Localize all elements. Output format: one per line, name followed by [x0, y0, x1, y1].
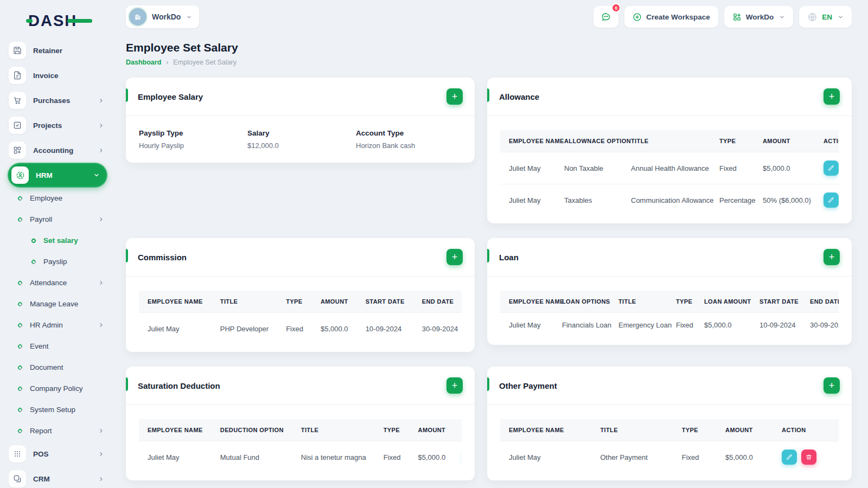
field-label: Salary [247, 129, 356, 137]
saturation-deduction-card: Saturation Deduction + EMPLOYEE NAMEDEDU… [126, 367, 475, 480]
bullet-icon [17, 407, 23, 413]
sidebar-item-payroll[interactable]: Payroll [0, 209, 115, 230]
sidebar-item-payslip[interactable]: Payslip [0, 251, 115, 272]
add-button[interactable]: + [824, 249, 840, 265]
messenger-button[interactable]: 0 [593, 6, 618, 28]
sidebar-nav: RetainerInvoicePurchasesProjectsAccounti… [0, 38, 115, 488]
logo-dash-accent [26, 19, 33, 23]
edit-button[interactable] [824, 192, 839, 208]
table-cell: PHP Developer [212, 313, 277, 345]
sidebar-item-label: Document [30, 363, 104, 371]
column-header: EMPLOYEE NAME [500, 419, 591, 441]
column-header: TYPE [711, 130, 754, 152]
table-row: Juliet MayFinancials LoanEmergency LoanF… [500, 313, 839, 338]
sidebar-item-projects[interactable]: Projects [0, 113, 115, 138]
breadcrumb-separator-icon: › [166, 59, 168, 66]
field-salary: Salary$12,000.0 [247, 129, 356, 150]
brand-logo[interactable]: DASH [28, 9, 115, 33]
sidebar-item-crm[interactable]: CRM [0, 466, 115, 488]
edit-button[interactable] [782, 450, 797, 465]
table-row: Juliet MayMutual FundNisi a tenetur magn… [139, 441, 462, 473]
bullet-icon [17, 428, 23, 434]
pos-icon [9, 445, 26, 463]
column-header: ALLOWNACE OPTION [556, 130, 622, 152]
allowance-table: EMPLOYEE NAMEALLOWNACE OPTIONTITLETYPEAM… [500, 130, 839, 216]
card-header: Other Payment + [487, 367, 852, 405]
sidebar-item-label: POS [33, 450, 98, 458]
column-header: TYPE [277, 291, 312, 313]
sidebar-item-attendance[interactable]: Attendance [0, 272, 115, 293]
sidebar-item-hrm[interactable]: HRM [8, 163, 107, 188]
employee-salary-fields: Payslip TypeHourly PayslipSalary$12,000.… [126, 116, 475, 163]
sidebar-item-purchases[interactable]: Purchases [0, 88, 115, 113]
other-payment-table: EMPLOYEE NAMETITLETYPEAMOUNTACTIONJuliet… [500, 419, 839, 473]
column-header: END DATE [413, 291, 462, 313]
field-value: $12,000.0 [247, 142, 356, 150]
chevron-right-icon [98, 322, 104, 328]
sidebar-item-accounting[interactable]: Accounting [0, 138, 115, 163]
action-cell [815, 184, 839, 216]
accounting-icon [9, 142, 26, 159]
edit-button[interactable] [824, 160, 839, 176]
workspace-selector[interactable]: WorkDo [126, 5, 199, 28]
sidebar-item-set-salary[interactable]: Set salary [0, 230, 115, 251]
language-label: EN [822, 13, 832, 21]
table-cell: Fixed [277, 313, 312, 345]
sidebar-item-document[interactable]: Document [0, 357, 115, 378]
sidebar-item-invoice[interactable]: Invoice [0, 63, 115, 88]
breadcrumb-dashboard-link[interactable]: Dashboard [126, 59, 161, 66]
table-cell: $5,000.0 [754, 152, 815, 184]
sidebar-item-company-policy[interactable]: Company Policy [0, 378, 115, 399]
table-cell: Juliet May [500, 184, 556, 216]
field-payslip-type: Payslip TypeHourly Payslip [139, 129, 247, 150]
sidebar-item-system-setup[interactable]: System Setup [0, 399, 115, 420]
card-header: Loan + [487, 238, 852, 277]
column-header: AMOUNT [717, 419, 773, 441]
add-button[interactable]: + [824, 377, 840, 394]
chevron-right-icon [98, 216, 104, 222]
sidebar-item-manage-leave[interactable]: Manage Leave [0, 293, 115, 314]
page-title: Employee Set Salary [126, 41, 238, 54]
sidebar-item-report[interactable]: Report [0, 420, 115, 441]
create-workspace-button[interactable]: Create Workspace [624, 6, 718, 28]
chat-icon [601, 11, 611, 22]
table-cell: Juliet May [500, 313, 553, 338]
column-header: DEDUCTION OPTION [212, 419, 292, 441]
card-title: Other Payment [499, 381, 557, 390]
add-button[interactable]: + [824, 88, 840, 105]
sidebar-item-retainer[interactable]: Retainer [0, 38, 115, 63]
action-cell [773, 441, 839, 473]
add-button[interactable]: + [446, 88, 463, 105]
commission-table: EMPLOYEE NAMETITLETYPEAMOUNTSTART DATEEN… [139, 291, 462, 344]
sidebar-item-event[interactable]: Event [0, 336, 115, 357]
table-cell: Taxables [556, 184, 622, 216]
column-header: EMPLOYEE NAME [139, 419, 212, 441]
column-header: TITLE [292, 419, 375, 441]
column-header: ACTION [773, 419, 839, 441]
building-icon [133, 12, 142, 21]
add-button[interactable]: + [446, 377, 463, 394]
sidebar-item-label: Invoice [33, 72, 104, 80]
workdo-menu-button[interactable]: WorkDo [724, 6, 794, 28]
column-header: EMPLOYEE NAME [500, 130, 556, 152]
language-selector[interactable]: EN [799, 6, 852, 28]
sidebar-item-label: Event [30, 342, 104, 350]
table-cell: Percentage [711, 184, 754, 216]
table-cell: Juliet May [500, 441, 591, 473]
sidebar-item-pos[interactable]: POS [0, 441, 115, 466]
chevron-down-icon [838, 14, 844, 20]
field-value: Hourly Payslip [139, 142, 247, 150]
workspace-avatar [129, 8, 146, 25]
sidebar: DASH RetainerInvoicePurchasesProjectsAcc… [0, 0, 115, 488]
add-button[interactable]: + [446, 249, 463, 265]
table-cell: Financials Loan [553, 313, 610, 338]
bullet-icon [17, 386, 23, 391]
delete-button[interactable] [801, 450, 816, 465]
chevron-right-icon [98, 476, 104, 482]
sidebar-item-employee[interactable]: Employee [0, 188, 115, 209]
sidebar-item-hr-admin[interactable]: HR Admin [0, 314, 115, 336]
table-cell: $5,000.0 [695, 313, 751, 338]
sidebar-item-label: HR Admin [30, 321, 98, 329]
sidebar-item-label: Set salary [43, 236, 104, 245]
sidebar-item-label: System Setup [30, 406, 104, 414]
